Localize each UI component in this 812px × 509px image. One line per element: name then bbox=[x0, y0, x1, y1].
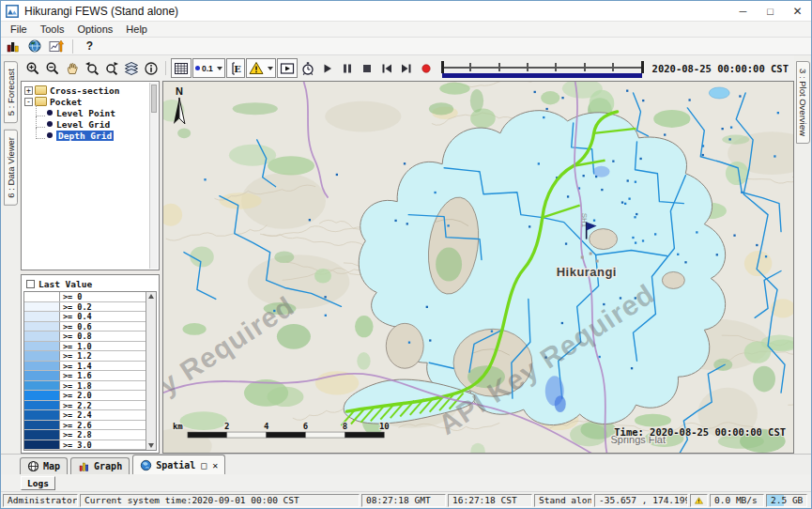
tab-close-icon[interactable]: ✕ bbox=[212, 460, 218, 470]
menu-file[interactable]: File bbox=[4, 23, 34, 36]
zoom-out-button[interactable] bbox=[43, 58, 62, 78]
longitudinal-profile-button[interactable]: E bbox=[226, 58, 245, 78]
menu-tools[interactable]: Tools bbox=[34, 23, 71, 36]
scrollbar-thumb[interactable] bbox=[151, 85, 157, 113]
timeline-tick bbox=[527, 63, 529, 71]
last-value-row: Last Value bbox=[23, 277, 157, 291]
zoom-next-button[interactable] bbox=[102, 58, 121, 78]
tab-spatial[interactable]: Spatial □ ✕ bbox=[132, 455, 225, 474]
dock-tab-forecast[interactable]: 5 : Forecast bbox=[4, 61, 18, 123]
legend-swatch bbox=[24, 430, 60, 440]
logs-button[interactable]: Logs bbox=[21, 476, 55, 490]
tree-item-label: Level Point bbox=[56, 108, 115, 118]
tree-item-label: Cross-section bbox=[50, 85, 119, 96]
scroll-down-icon[interactable] bbox=[148, 443, 154, 448]
timeline-range-bar bbox=[442, 73, 642, 78]
animation-panel-button[interactable] bbox=[277, 58, 298, 78]
legend-swatch bbox=[24, 342, 60, 351]
dock-tab-data-viewer[interactable]: 6 : Data Viewer bbox=[4, 130, 18, 206]
pan-hand-icon[interactable] bbox=[63, 58, 82, 78]
tree-connector bbox=[36, 128, 45, 139]
menu-options[interactable]: Options bbox=[70, 23, 119, 36]
legend-swatch bbox=[24, 450, 60, 451]
timeline-slider[interactable] bbox=[442, 59, 642, 78]
help-icon[interactable]: ? bbox=[81, 38, 99, 54]
tab-label: Graph bbox=[94, 461, 122, 471]
threshold-value-dropdown[interactable]: 0.1 bbox=[192, 58, 225, 78]
legend-label: >= 0.2 bbox=[60, 302, 146, 312]
step-forward-button[interactable] bbox=[397, 58, 416, 78]
legend-row: >= 1.6 bbox=[24, 371, 146, 381]
stop-button[interactable] bbox=[358, 58, 376, 78]
layers-icon[interactable] bbox=[122, 58, 141, 78]
last-value-checkbox[interactable] bbox=[26, 280, 35, 288]
expander-icon[interactable]: - bbox=[24, 98, 33, 106]
status-local-time: 16:27:18 CST bbox=[448, 494, 532, 507]
window-title: Hikurangi FEWS (Stand alone) bbox=[24, 5, 178, 18]
tree-scrollbar[interactable] bbox=[149, 83, 158, 269]
tree-item-depth-grid[interactable]: Depth Grid bbox=[23, 130, 157, 141]
status-text: -35.657 , 174.199 bbox=[599, 495, 688, 505]
legend-row: >= 1.4 bbox=[24, 362, 146, 372]
grid-view-button[interactable] bbox=[171, 58, 192, 78]
scroll-up-icon[interactable] bbox=[148, 294, 154, 299]
timeline-tick bbox=[555, 63, 557, 71]
explorer-icon[interactable] bbox=[4, 38, 22, 54]
legend-label: >= 2.8 bbox=[60, 430, 146, 440]
grid-display-icon[interactable] bbox=[47, 38, 65, 54]
toolbar-separator bbox=[165, 61, 166, 75]
timeline-handle[interactable] bbox=[441, 61, 444, 73]
legend-label: >= 3.2 bbox=[60, 450, 146, 451]
record-button[interactable] bbox=[417, 58, 436, 78]
timeline-datetime: 2020-08-25 00:00:00 CST bbox=[652, 63, 789, 74]
status-text: 2.5 GB bbox=[771, 495, 803, 505]
svg-text:8: 8 bbox=[343, 422, 347, 431]
maximize-button[interactable]: □ bbox=[757, 1, 784, 21]
status-system-time: Current system time:2020-09-01 00:00 CST bbox=[80, 494, 360, 507]
legend-scrollbar[interactable] bbox=[146, 292, 156, 450]
map-display-icon[interactable] bbox=[25, 38, 43, 54]
minimize-button[interactable]: ─ bbox=[729, 1, 757, 21]
status-memory: 2.5 GB bbox=[766, 494, 807, 507]
zoom-previous-button[interactable] bbox=[83, 58, 101, 78]
menu-help[interactable]: Help bbox=[119, 23, 154, 36]
legend-label: >= 3.0 bbox=[60, 440, 146, 450]
legend-row: >= 0.8 bbox=[24, 332, 146, 342]
timeline-tick bbox=[469, 63, 471, 71]
status-gmt-time: 08:27:18 GMT bbox=[361, 494, 446, 507]
play-button[interactable] bbox=[318, 58, 337, 78]
pause-button[interactable] bbox=[338, 58, 357, 78]
spatial-map[interactable]: SH1 Hikurangi Springs Flat API Key bbox=[162, 81, 794, 454]
warning-dropdown[interactable] bbox=[246, 58, 276, 78]
map-canvas[interactable]: SH1 Hikurangi Springs Flat API Key bbox=[163, 82, 793, 453]
svg-text:2: 2 bbox=[224, 422, 229, 431]
legend-panel: Last Value >= 0>= 0.2>= 0.4>= 0.6>= 0.8>… bbox=[21, 274, 160, 454]
view-tab-bar: Map Graph Spatial □ ✕ bbox=[1, 454, 811, 474]
tree-item-label-selected: Depth Grid bbox=[56, 131, 114, 141]
status-bar: AdministratorCurrent system time:2020-09… bbox=[1, 491, 811, 508]
status-text: Current system time:2020-09-01 00:00 CST bbox=[84, 495, 299, 505]
data-viewer-panel: + Cross-section - Pocket bbox=[21, 81, 160, 454]
legend-swatch bbox=[24, 322, 60, 332]
legend-list: >= 0>= 0.2>= 0.4>= 0.6>= 0.8>= 1.0>= 1.2… bbox=[23, 291, 157, 451]
globe-icon bbox=[140, 459, 152, 471]
info-icon[interactable] bbox=[142, 58, 161, 78]
legend-label: >= 1.2 bbox=[60, 351, 146, 361]
tab-label: Spatial bbox=[156, 460, 195, 470]
status-text: 08:27:18 GMT bbox=[366, 495, 431, 505]
tab-maximize-icon[interactable]: □ bbox=[201, 460, 207, 470]
legend-row: >= 2.0 bbox=[24, 391, 146, 401]
tree-item-cross-section[interactable]: + Cross-section bbox=[23, 85, 157, 96]
status-user: Administrator bbox=[3, 494, 78, 507]
timeline-handle[interactable] bbox=[641, 61, 644, 73]
expander-icon[interactable]: + bbox=[24, 86, 33, 95]
timer-icon[interactable] bbox=[299, 58, 317, 78]
zoom-in-button[interactable] bbox=[23, 58, 42, 78]
dock-tab-plot-overview[interactable]: 3 : Plot Overview bbox=[796, 61, 810, 144]
legend-label: >= 2.2 bbox=[60, 401, 146, 410]
tab-graph[interactable]: Graph bbox=[70, 457, 130, 474]
close-button[interactable]: ✕ bbox=[784, 1, 811, 21]
step-backward-button[interactable] bbox=[377, 58, 396, 78]
tab-map[interactable]: Map bbox=[20, 457, 68, 474]
legend-label: >= 2.0 bbox=[60, 391, 146, 400]
